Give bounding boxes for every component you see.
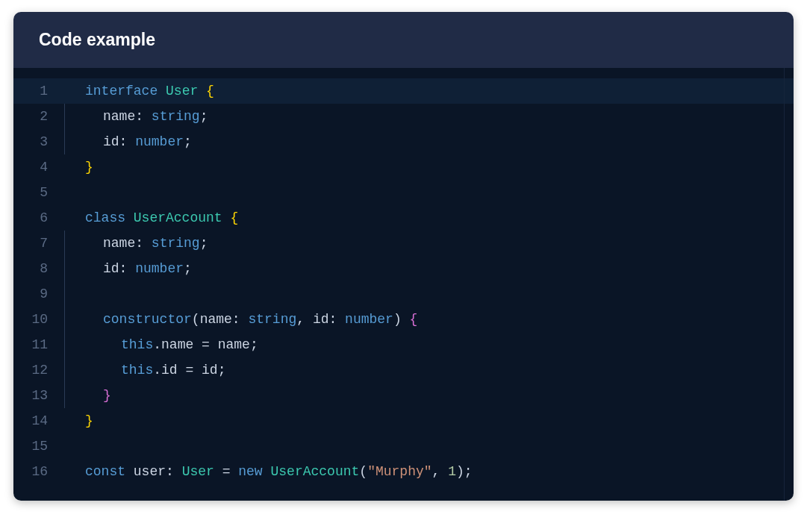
code-line[interactable]: 4} [13,154,794,180]
indent-guide [61,307,85,332]
code-content[interactable]: } [85,408,93,434]
token-pun: ; [200,236,208,251]
token-pun: : [119,134,136,149]
code-content[interactable]: const user: User = new UserAccount("Murp… [85,459,473,484]
code-content[interactable]: id: number; [85,129,192,154]
token-pun: . [153,363,161,378]
token-id: id [202,363,218,378]
token-brY: } [85,160,93,175]
token-type: User [182,464,214,479]
token-prim: number [135,261,184,276]
line-number: 13 [13,383,61,408]
code-line[interactable]: 16const user: User = new UserAccount("Mu… [13,459,794,484]
code-line[interactable]: 2name: string; [13,104,794,129]
code-line[interactable]: 5 [13,180,794,205]
token-kw: const [85,464,134,479]
code-editor[interactable]: 1interface User {2name: string;3id: numb… [13,68,794,501]
panel-header: Code example [13,12,794,68]
token-pun: : [329,312,346,327]
token-brY: } [85,413,93,428]
line-number: 7 [13,231,61,256]
code-content[interactable]: this.name = name; [85,332,258,357]
token-prim: string [248,312,296,327]
token-id: name [103,109,135,124]
panel-title: Code example [39,30,155,49]
code-line[interactable]: 6class UserAccount { [13,205,794,231]
token-pun: ( [359,464,367,479]
line-number: 4 [13,154,61,180]
code-content[interactable]: } [85,383,111,408]
token-pun: ) [393,312,410,327]
token-pun: ; [184,134,192,149]
line-number: 5 [13,180,61,205]
token-kw: new [238,464,270,479]
token-pun: = [214,464,238,479]
code-content[interactable]: class UserAccount { [85,205,238,231]
code-line[interactable]: 9 [13,281,794,307]
line-number: 10 [13,307,61,332]
token-pun: : [135,236,152,251]
token-id: name [161,337,193,352]
indent-guide [61,129,85,154]
token-type: UserAccount [134,210,231,225]
line-number: 2 [13,104,61,129]
code-line[interactable]: 13} [13,383,794,408]
indent-guide [61,383,85,408]
code-line[interactable]: 3id: number; [13,129,794,154]
indent-guide [61,78,85,104]
token-brY: { [206,84,214,98]
token-prim: string [152,109,200,124]
token-pun: = [178,363,202,378]
token-pun: : [232,312,249,327]
token-prim: number [135,134,184,149]
token-pun: . [153,337,161,352]
indent-guide [61,231,85,256]
code-line[interactable]: 8id: number; [13,256,794,281]
token-id: id [103,261,119,276]
indent-guide [61,205,85,231]
token-id: name [218,337,250,352]
line-number: 6 [13,205,61,231]
token-id: user [134,464,166,479]
token-type: User [166,84,206,98]
code-content[interactable]: interface User { [85,78,214,104]
line-number: 16 [13,459,61,484]
token-prim: number [345,312,393,327]
indent-guide [61,281,85,307]
line-number: 14 [13,408,61,434]
code-content[interactable]: } [85,154,93,180]
code-content[interactable]: id: number; [85,256,192,281]
code-line[interactable]: 10constructor(name: string, id: number) … [13,307,794,332]
code-line[interactable]: 1interface User { [13,78,794,104]
indent-guide [61,357,85,383]
code-line[interactable]: 15 [13,434,794,459]
code-example-panel: Code example 1interface User {2name: str… [13,12,794,501]
token-id: id [313,312,329,327]
token-pun: ); [456,464,473,479]
line-number: 11 [13,332,61,357]
token-kw: interface [85,84,166,98]
token-str: "Murphy" [367,464,431,479]
code-line[interactable]: 12this.id = id; [13,357,794,383]
code-content[interactable]: constructor(name: string, id: number) { [85,307,417,332]
line-number: 12 [13,357,61,383]
code-line[interactable]: 7name: string; [13,231,794,256]
indent-guide [61,154,85,180]
code-line[interactable]: 14} [13,408,794,434]
code-content[interactable]: name: string; [85,231,208,256]
token-pun: : [119,261,136,276]
code-content[interactable]: name: string; [85,104,208,129]
token-pun: , [432,464,449,479]
token-pun: ; [218,363,226,378]
indent-guide [61,459,85,484]
indent-guide [61,332,85,357]
code-content[interactable]: this.id = id; [85,357,225,383]
token-brP: { [410,312,418,327]
token-id: name [200,312,232,327]
line-number: 1 [13,78,61,104]
token-pun: ( [192,312,200,327]
code-line[interactable]: 11this.name = name; [13,332,794,357]
token-brP: } [103,388,111,403]
token-pun: ; [200,109,208,124]
token-brY: { [230,210,238,225]
